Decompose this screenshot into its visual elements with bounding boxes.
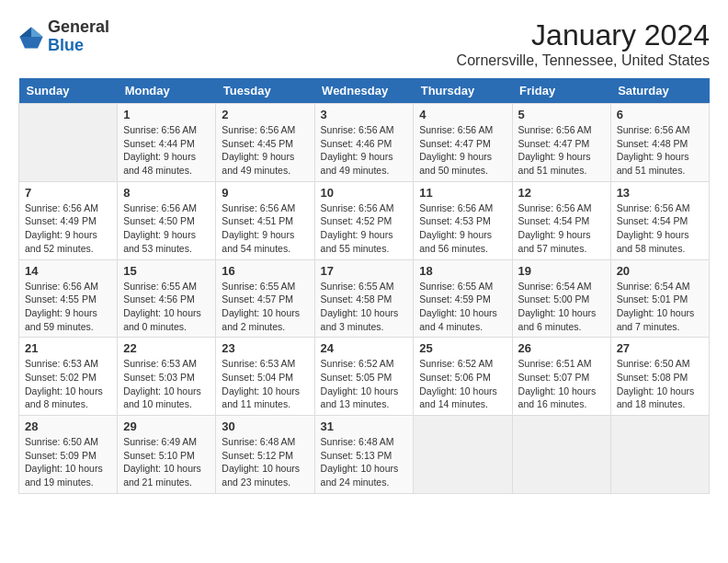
day-cell: 9Sunrise: 6:56 AM Sunset: 4:51 PM Daylig… [216,181,314,259]
day-number: 28 [25,419,111,433]
day-info: Sunrise: 6:52 AM Sunset: 5:05 PM Dayligh… [321,357,408,411]
day-cell: 2Sunrise: 6:56 AM Sunset: 4:45 PM Daylig… [216,104,314,182]
day-cell: 13Sunrise: 6:56 AM Sunset: 4:54 PM Dayli… [610,181,709,259]
day-info: Sunrise: 6:55 AM Sunset: 4:56 PM Dayligh… [123,280,210,334]
day-info: Sunrise: 6:56 AM Sunset: 4:45 PM Dayligh… [222,123,308,178]
week-row-3: 14Sunrise: 6:56 AM Sunset: 4:55 PM Dayli… [19,259,710,338]
day-info: Sunrise: 6:56 AM Sunset: 4:53 PM Dayligh… [419,201,506,256]
day-info: Sunrise: 6:56 AM Sunset: 4:50 PM Dayligh… [123,201,210,256]
day-number: 11 [419,186,506,200]
day-info: Sunrise: 6:56 AM Sunset: 4:55 PM Dayligh… [25,280,111,334]
day-cell: 11Sunrise: 6:56 AM Sunset: 4:53 PM Dayli… [414,181,512,259]
day-cell: 15Sunrise: 6:55 AM Sunset: 4:56 PM Dayli… [118,259,216,338]
day-info: Sunrise: 6:56 AM Sunset: 4:47 PM Dayligh… [518,123,605,178]
day-number: 27 [617,341,703,355]
day-cell: 31Sunrise: 6:48 AM Sunset: 5:13 PM Dayli… [314,416,414,494]
day-info: Sunrise: 6:51 AM Sunset: 5:07 PM Dayligh… [518,357,605,411]
logo-icon [18,24,44,50]
logo: General Blue [18,18,109,55]
day-info: Sunrise: 6:56 AM Sunset: 4:49 PM Dayligh… [25,201,111,256]
column-header-thursday: Thursday [414,78,512,104]
calendar-table: SundayMondayTuesdayWednesdayThursdayFrid… [18,78,710,494]
day-cell: 19Sunrise: 6:54 AM Sunset: 5:00 PM Dayli… [512,259,610,338]
day-cell: 23Sunrise: 6:53 AM Sunset: 5:04 PM Dayli… [216,338,314,416]
day-cell: 22Sunrise: 6:53 AM Sunset: 5:03 PM Dayli… [118,338,216,416]
day-number: 26 [518,341,605,355]
day-info: Sunrise: 6:55 AM Sunset: 4:58 PM Dayligh… [321,280,408,334]
week-row-5: 28Sunrise: 6:50 AM Sunset: 5:09 PM Dayli… [19,416,710,494]
day-number: 4 [419,108,506,121]
day-cell: 6Sunrise: 6:56 AM Sunset: 4:48 PM Daylig… [610,104,709,182]
day-number: 24 [321,341,408,355]
day-info: Sunrise: 6:54 AM Sunset: 5:01 PM Dayligh… [617,280,703,334]
day-number: 29 [123,419,210,433]
column-header-sunday: Sunday [19,78,118,104]
day-number: 13 [617,186,703,200]
day-info: Sunrise: 6:56 AM Sunset: 4:54 PM Dayligh… [518,201,605,256]
day-cell [414,416,512,494]
logo-general-text: General [48,17,109,36]
day-cell: 1Sunrise: 6:56 AM Sunset: 4:44 PM Daylig… [118,104,216,182]
column-header-monday: Monday [118,78,216,104]
day-number: 31 [321,419,408,433]
day-number: 22 [123,341,210,355]
day-info: Sunrise: 6:48 AM Sunset: 5:13 PM Dayligh… [321,435,408,489]
day-number: 15 [123,264,210,278]
day-number: 6 [617,108,703,121]
day-cell: 26Sunrise: 6:51 AM Sunset: 5:07 PM Dayli… [512,338,610,416]
day-number: 21 [25,341,111,355]
day-cell: 24Sunrise: 6:52 AM Sunset: 5:05 PM Dayli… [314,338,414,416]
day-info: Sunrise: 6:56 AM Sunset: 4:48 PM Dayligh… [617,123,703,178]
svg-marker-1 [31,27,43,37]
day-info: Sunrise: 6:56 AM Sunset: 4:47 PM Dayligh… [419,123,506,178]
day-number: 30 [222,419,308,433]
day-info: Sunrise: 6:52 AM Sunset: 5:06 PM Dayligh… [419,357,506,411]
day-cell: 30Sunrise: 6:48 AM Sunset: 5:12 PM Dayli… [216,416,314,494]
day-number: 25 [419,341,506,355]
calendar-header-row: SundayMondayTuesdayWednesdayThursdayFrid… [19,78,710,104]
day-cell [19,104,118,182]
week-row-1: 1Sunrise: 6:56 AM Sunset: 4:44 PM Daylig… [19,104,710,182]
day-cell: 10Sunrise: 6:56 AM Sunset: 4:52 PM Dayli… [314,181,414,259]
column-header-friday: Friday [512,78,610,104]
day-info: Sunrise: 6:56 AM Sunset: 4:46 PM Dayligh… [321,123,408,178]
day-info: Sunrise: 6:50 AM Sunset: 5:08 PM Dayligh… [617,357,703,411]
day-info: Sunrise: 6:56 AM Sunset: 4:44 PM Dayligh… [123,123,210,178]
day-info: Sunrise: 6:53 AM Sunset: 5:02 PM Dayligh… [25,357,111,411]
day-number: 23 [222,341,308,355]
day-info: Sunrise: 6:49 AM Sunset: 5:10 PM Dayligh… [123,435,210,489]
day-cell: 28Sunrise: 6:50 AM Sunset: 5:09 PM Dayli… [19,416,118,494]
day-info: Sunrise: 6:55 AM Sunset: 4:57 PM Dayligh… [222,280,308,334]
location-text: Cornersville, Tennessee, United States [457,52,710,69]
day-info: Sunrise: 6:56 AM Sunset: 4:52 PM Dayligh… [321,201,408,256]
day-info: Sunrise: 6:56 AM Sunset: 4:51 PM Dayligh… [222,201,308,256]
day-cell: 29Sunrise: 6:49 AM Sunset: 5:10 PM Dayli… [118,416,216,494]
day-cell: 7Sunrise: 6:56 AM Sunset: 4:49 PM Daylig… [19,181,118,259]
day-number: 20 [617,264,703,278]
day-number: 5 [518,108,605,121]
day-cell: 5Sunrise: 6:56 AM Sunset: 4:47 PM Daylig… [512,104,610,182]
day-cell: 16Sunrise: 6:55 AM Sunset: 4:57 PM Dayli… [216,259,314,338]
week-row-4: 21Sunrise: 6:53 AM Sunset: 5:02 PM Dayli… [19,338,710,416]
day-info: Sunrise: 6:54 AM Sunset: 5:00 PM Dayligh… [518,280,605,334]
day-number: 17 [321,264,408,278]
day-info: Sunrise: 6:50 AM Sunset: 5:09 PM Dayligh… [25,435,111,489]
day-number: 3 [321,108,408,121]
day-cell: 12Sunrise: 6:56 AM Sunset: 4:54 PM Dayli… [512,181,610,259]
day-cell: 27Sunrise: 6:50 AM Sunset: 5:08 PM Dayli… [610,338,709,416]
day-info: Sunrise: 6:56 AM Sunset: 4:54 PM Dayligh… [617,201,703,256]
day-info: Sunrise: 6:48 AM Sunset: 5:12 PM Dayligh… [222,435,308,489]
day-info: Sunrise: 6:53 AM Sunset: 5:04 PM Dayligh… [222,357,308,411]
day-cell: 17Sunrise: 6:55 AM Sunset: 4:58 PM Dayli… [314,259,414,338]
day-cell: 8Sunrise: 6:56 AM Sunset: 4:50 PM Daylig… [118,181,216,259]
day-number: 7 [25,186,111,200]
day-number: 14 [25,264,111,278]
day-number: 16 [222,264,308,278]
svg-marker-2 [19,27,31,37]
day-number: 12 [518,186,605,200]
column-header-wednesday: Wednesday [314,78,414,104]
day-cell [610,416,709,494]
column-header-tuesday: Tuesday [216,78,314,104]
day-info: Sunrise: 6:55 AM Sunset: 4:59 PM Dayligh… [419,280,506,334]
month-title: January 2024 [457,18,710,52]
